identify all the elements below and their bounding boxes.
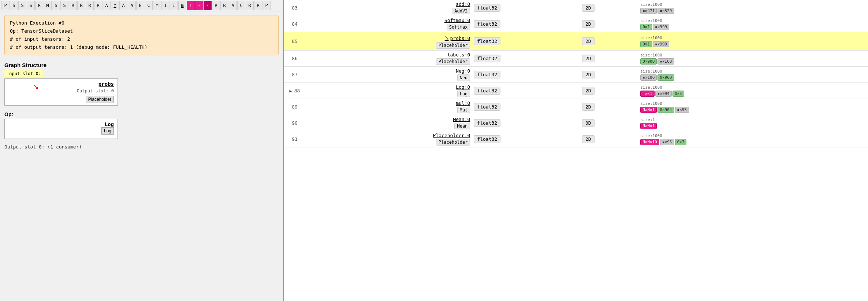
size-cell: size:10000×1▪×999 [638,16,868,32]
row-number: 83 [284,0,306,16]
size-tags: -∞×1▪×9940×5 [640,91,866,97]
output-slot-consumer-label: Output slot 0: (1 consumer) [4,144,279,150]
dim-cell: 2D [580,51,638,67]
letter-cell[interactable]: I [161,1,169,10]
size-tags: 0×1▪×999 [640,41,866,47]
size-label: size:1000 [640,2,866,7]
letter-cell[interactable]: M [153,1,161,10]
letter-cell[interactable]: C [237,1,245,10]
size-tag: 0×5 [673,91,684,97]
size-label: size:1000 [640,85,866,90]
dim-badge: 2D [582,37,595,45]
letter-cell[interactable]: R [77,1,85,10]
row-number: 85 [284,32,306,51]
row-number: ▶ 88 [284,83,306,99]
size-tag: ▪×471 [640,8,657,14]
op-name-main[interactable]: Neg:0 [308,68,470,74]
probs-link[interactable]: probs [8,81,114,87]
right-panel: 83add:0AddV2float322Dsize:1000▪×471▪×529… [284,0,868,301]
op-name: Log [105,121,114,127]
size-cell: size:1000NaN×10▪×950×7 [638,131,868,147]
op-name-main[interactable]: Mean:0 [308,117,470,122]
letter-cell[interactable]: R [86,1,94,10]
size-tags: NaN×10×904▪×95 [640,107,866,113]
letter-cell[interactable]: S [52,1,60,10]
dtype-cell: float32 [472,32,580,51]
letter-cell[interactable]: A [229,1,237,10]
size-tag: ▪×999 [653,24,669,30]
dim-badge: 2D [582,55,595,62]
letter-cell[interactable]: S [60,1,68,10]
expand-arrow-icon[interactable]: ▶ [290,89,294,93]
dtype-badge: float32 [474,87,500,95]
dtype-cell: float32 [472,99,580,115]
letter-cell[interactable]: E [136,1,144,10]
letter-cell[interactable]: R [220,1,228,10]
size-tag: ▪×999 [653,41,669,47]
op-name-cell: Neg:0Neg [306,67,472,83]
table-row: 83add:0AddV2float322Dsize:1000▪×471▪×529 [284,0,868,16]
letter-cell[interactable]: A [128,1,136,10]
dtype-cell: float32 [472,83,580,99]
table-row: 87Neg:0Negfloat322Dsize:1000▪×1000×900 [284,67,868,83]
letter-cell[interactable]: P [1,1,10,10]
python-op: Op: TensorSliceDataset [10,27,273,35]
dim-badge: 2D [582,103,595,111]
table-row: 84Softmax:0Softmaxfloat322Dsize:10000×1▪… [284,16,868,32]
letter-cell[interactable]: R [35,1,43,10]
op-name-main[interactable]: ➘probs:0 [308,34,470,41]
op-button[interactable]: Log [101,127,114,135]
size-cell: size:1000-∞×1▪×9940×5 [638,83,868,99]
letter-cell[interactable]: P [262,1,271,10]
op-name-main[interactable]: Placeholder:0 [308,133,470,138]
letter-cell[interactable]: M [44,1,52,10]
letter-cell[interactable]: R [246,1,254,10]
letter-cell[interactable]: S [10,1,18,10]
dtype-cell: float32 [472,131,580,147]
dtype-cell: float32 [472,16,580,32]
dtype-badge: float32 [474,103,500,111]
dtype-badge: float32 [474,135,500,143]
size-tags: ▪×471▪×529 [640,8,866,14]
dtype-badge: float32 [474,37,500,45]
letter-cell[interactable]: R [254,1,262,10]
letter-cell[interactable]: R [212,1,220,10]
size-tag: ▪×994 [655,91,672,97]
letter-cell[interactable]: - [195,1,203,10]
op-type-badge: Log [457,91,470,97]
dim-cell: 0D [580,115,638,131]
size-tag: NaN×1 [640,107,657,113]
letter-cell[interactable]: S [18,1,26,10]
letter-cell[interactable]: ! [187,1,195,10]
op-name-main[interactable]: mul:0 [308,100,470,106]
letter-cell[interactable]: m [178,1,186,10]
data-table: 83add:0AddV2float322Dsize:1000▪×471▪×529… [284,0,868,147]
op-type-badge: Placeholder [436,42,470,49]
letter-bar: PSSSRMSSRRRRAmAAECMIIm!--RRACRRP [0,0,283,11]
size-label: size:1 [640,117,866,122]
op-name-main[interactable]: add:0 [308,1,470,7]
letter-cell[interactable]: S [27,1,35,10]
size-cell: size:1000▪×1000×900 [638,67,868,83]
op-name-main[interactable]: Log:0 [308,84,470,90]
dim-badge: 2D [582,87,595,95]
op-type-badge: Placeholder [436,58,470,65]
row-number: 91 [284,131,306,147]
letter-cell[interactable]: I [170,1,178,10]
letter-cell[interactable]: R [94,1,102,10]
dim-cell: 2D [580,16,638,32]
table-row: 91Placeholder:0Placeholderfloat322Dsize:… [284,131,868,147]
op-name-cell: mul:0Mul [306,99,472,115]
size-tag: ▪×95 [675,107,689,113]
letter-cell[interactable]: C [145,1,153,10]
op-name-main[interactable]: Softmax:0 [308,18,470,23]
letter-cell[interactable]: A [103,1,111,10]
letter-cell[interactable]: A [119,1,127,10]
op-name-main[interactable]: labels:0 [308,52,470,58]
row-number: 84 [284,16,306,32]
placeholder-button[interactable]: Placeholder [86,96,114,103]
size-label: size:1000 [640,101,866,106]
letter-cell[interactable]: R [69,1,77,10]
letter-cell[interactable]: m [111,1,119,10]
letter-cell[interactable]: - [204,1,212,10]
